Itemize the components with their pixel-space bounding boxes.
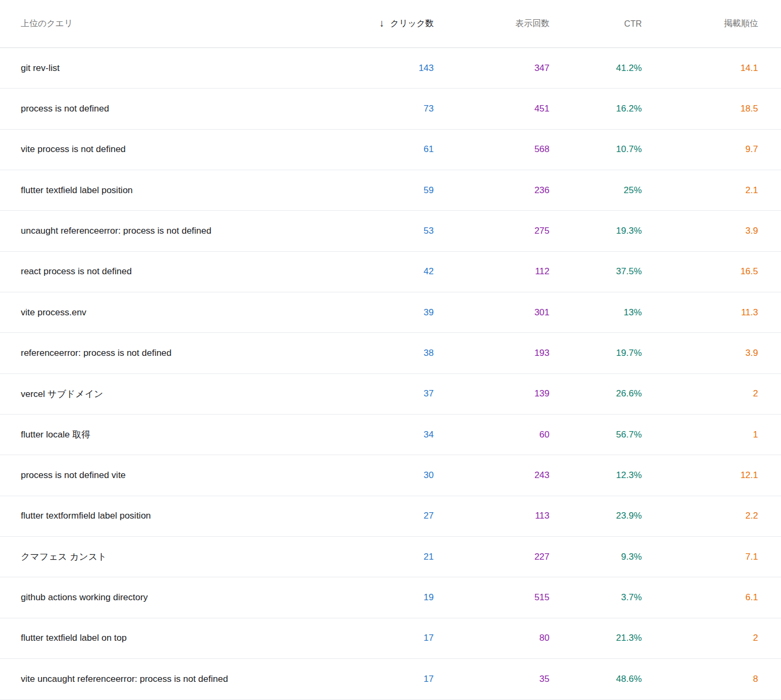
query-cell: react process is not defined	[21, 266, 341, 277]
query-cell: flutter textfield label position	[21, 185, 341, 196]
query-cell: github actions working directory	[21, 592, 341, 603]
clicks-cell: 61	[341, 144, 434, 155]
table-row[interactable]: flutter textfield label on top 17 80 21.…	[0, 618, 781, 659]
column-header-impressions[interactable]: 表示回数	[434, 18, 549, 29]
table-row[interactable]: uncaught referenceerror: process is not …	[0, 211, 781, 251]
table-row[interactable]: flutter textfield label position 59 236 …	[0, 170, 781, 211]
clicks-cell: 19	[341, 592, 434, 603]
query-cell: flutter locale 取得	[21, 428, 341, 441]
column-header-position[interactable]: 掲載順位	[642, 18, 758, 29]
position-cell: 2.2	[642, 511, 758, 521]
impressions-cell: 301	[434, 307, 549, 318]
table-row[interactable]: github actions working directory 19 515 …	[0, 577, 781, 618]
ctr-cell: 19.3%	[549, 226, 642, 236]
position-cell: 3.9	[642, 348, 758, 359]
position-cell: 8	[642, 674, 758, 685]
ctr-cell: 56.7%	[549, 429, 642, 440]
table-body: git rev-list 143 347 41.2% 14.1 process …	[0, 48, 781, 700]
query-cell: process is not defined	[21, 104, 341, 114]
query-cell: vite uncaught referenceerror: process is…	[21, 674, 341, 685]
impressions-cell: 35	[434, 674, 549, 685]
position-cell: 2.1	[642, 185, 758, 196]
impressions-cell: 113	[434, 511, 549, 521]
ctr-cell: 16.2%	[549, 104, 642, 114]
clicks-cell: 59	[341, 185, 434, 196]
ctr-cell: 19.7%	[549, 348, 642, 359]
position-cell: 12.1	[642, 470, 758, 481]
position-cell: 3.9	[642, 226, 758, 236]
position-cell: 6.1	[642, 592, 758, 603]
ctr-cell: 21.3%	[549, 633, 642, 643]
clicks-cell: 39	[341, 307, 434, 318]
table-row[interactable]: process is not defined vite 30 243 12.3%…	[0, 455, 781, 496]
ctr-cell: 25%	[549, 185, 642, 196]
column-header-ctr[interactable]: CTR	[549, 19, 642, 29]
position-cell: 2	[642, 388, 758, 399]
ctr-cell: 48.6%	[549, 674, 642, 685]
clicks-cell: 73	[341, 104, 434, 114]
clicks-cell: 53	[341, 226, 434, 236]
ctr-cell: 9.3%	[549, 552, 642, 562]
column-header-clicks[interactable]: ↓ クリック数	[341, 18, 434, 29]
impressions-cell: 193	[434, 348, 549, 359]
position-cell: 14.1	[642, 63, 758, 74]
query-cell: flutter textformfield label position	[21, 511, 341, 521]
impressions-cell: 139	[434, 388, 549, 399]
table-row[interactable]: flutter locale 取得 34 60 56.7% 1	[0, 415, 781, 455]
impressions-cell: 515	[434, 592, 549, 603]
clicks-cell: 21	[341, 552, 434, 562]
position-cell: 11.3	[642, 307, 758, 318]
column-header-query[interactable]: 上位のクエリ	[21, 18, 341, 29]
ctr-cell: 12.3%	[549, 470, 642, 481]
clicks-cell: 30	[341, 470, 434, 481]
position-cell: 18.5	[642, 104, 758, 114]
impressions-cell: 112	[434, 266, 549, 277]
query-cell: vite process is not defined	[21, 144, 341, 155]
query-cell: process is not defined vite	[21, 470, 341, 481]
table-row[interactable]: referenceerror: process is not defined 3…	[0, 333, 781, 373]
impressions-cell: 227	[434, 552, 549, 562]
position-cell: 1	[642, 429, 758, 440]
position-cell: 7.1	[642, 552, 758, 562]
query-cell: vercel サブドメイン	[21, 388, 341, 400]
column-header-clicks-label: クリック数	[390, 18, 434, 29]
impressions-cell: 451	[434, 104, 549, 114]
table-row[interactable]: クマフェス カンスト 21 227 9.3% 7.1	[0, 537, 781, 577]
impressions-cell: 568	[434, 144, 549, 155]
query-cell: flutter textfield label on top	[21, 633, 341, 643]
clicks-cell: 34	[341, 429, 434, 440]
impressions-cell: 347	[434, 63, 549, 74]
query-cell: クマフェス カンスト	[21, 551, 341, 563]
position-cell: 9.7	[642, 144, 758, 155]
query-cell: vite process.env	[21, 307, 341, 318]
clicks-cell: 17	[341, 633, 434, 643]
ctr-cell: 37.5%	[549, 266, 642, 277]
table-row[interactable]: vite process.env 39 301 13% 11.3	[0, 292, 781, 333]
impressions-cell: 236	[434, 185, 549, 196]
table-row[interactable]: flutter textformfield label position 27 …	[0, 496, 781, 537]
table-row[interactable]: git rev-list 143 347 41.2% 14.1	[0, 48, 781, 89]
ctr-cell: 41.2%	[549, 63, 642, 74]
clicks-cell: 27	[341, 511, 434, 521]
query-cell: referenceerror: process is not defined	[21, 348, 341, 359]
table-row[interactable]: vercel サブドメイン 37 139 26.6% 2	[0, 374, 781, 415]
impressions-cell: 275	[434, 226, 549, 236]
impressions-cell: 243	[434, 470, 549, 481]
query-cell: git rev-list	[21, 63, 341, 74]
ctr-cell: 26.6%	[549, 388, 642, 399]
ctr-cell: 3.7%	[549, 592, 642, 603]
impressions-cell: 80	[434, 633, 549, 643]
table-row[interactable]: vite uncaught referenceerror: process is…	[0, 659, 781, 699]
impressions-cell: 60	[434, 429, 549, 440]
position-cell: 16.5	[642, 266, 758, 277]
top-queries-table: 上位のクエリ ↓ クリック数 表示回数 CTR 掲載順位 git rev-lis…	[0, 0, 781, 700]
ctr-cell: 23.9%	[549, 511, 642, 521]
table-row[interactable]: vite process is not defined 61 568 10.7%…	[0, 130, 781, 170]
clicks-cell: 42	[341, 266, 434, 277]
table-row[interactable]: process is not defined 73 451 16.2% 18.5	[0, 89, 781, 129]
clicks-cell: 143	[341, 63, 434, 74]
sort-descending-icon: ↓	[379, 18, 385, 28]
clicks-cell: 17	[341, 674, 434, 685]
position-cell: 2	[642, 633, 758, 643]
table-row[interactable]: react process is not defined 42 112 37.5…	[0, 252, 781, 292]
